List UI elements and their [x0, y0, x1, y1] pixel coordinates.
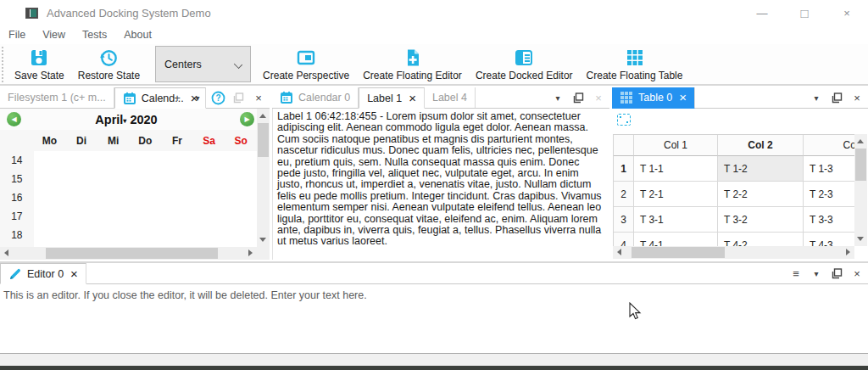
- scrollbar-thumb[interactable]: [855, 149, 866, 181]
- table-cell[interactable]: T 2-3: [804, 182, 854, 207]
- perspective-combobox[interactable]: Centers: [155, 46, 251, 82]
- calendar-month[interactable]: April: [95, 113, 123, 126]
- window-controls: —□×: [741, 0, 868, 25]
- menu-item-file[interactable]: File: [0, 26, 34, 43]
- calendar-widget: ◀ April▾ 2020 ▶ MoDiMiDoFrSaSo1430311234…: [0, 109, 270, 260]
- perspective-combobox-value: Centers: [164, 59, 202, 70]
- scroll-up-icon[interactable]: [857, 139, 864, 143]
- toolbar-drag-handle[interactable]: [2, 47, 8, 82]
- tab-close-icon[interactable]: ×: [70, 268, 78, 280]
- table-cell[interactable]: T 2-2: [718, 182, 804, 207]
- table-cell[interactable]: T 2-1: [634, 182, 718, 207]
- scrollbar-thumb[interactable]: [46, 248, 218, 259]
- menu-item-about[interactable]: About: [115, 26, 160, 43]
- table-cell[interactable]: T 1-2: [718, 156, 804, 182]
- calendar-month-year[interactable]: April▾ 2020: [0, 113, 253, 126]
- pencil-icon: [8, 267, 22, 281]
- week-number: 16: [0, 192, 34, 204]
- close-icon[interactable]: ×: [848, 89, 866, 106]
- column-header[interactable]: Col 1: [634, 135, 718, 156]
- tab-calendar-0[interactable]: Calendar 0: [272, 87, 359, 108]
- column-header[interactable]: Col 3: [804, 135, 854, 156]
- scrollbar-thumb[interactable]: [632, 247, 725, 258]
- toolbar-button-create-floating-editor[interactable]: Create Floating Editor: [356, 45, 469, 84]
- maximize-button[interactable]: □: [783, 0, 826, 25]
- calendar-year[interactable]: 2020: [130, 113, 157, 126]
- table-row: 4T 4-1T 4-2T 4-3: [614, 233, 854, 246]
- scroll-right-icon[interactable]: [248, 249, 253, 256]
- table-cell[interactable]: T 3-1: [634, 207, 718, 233]
- table-cell[interactable]: T 3-3: [804, 207, 854, 233]
- tab-label-1[interactable]: Label 1×: [359, 87, 425, 109]
- chevron-down-icon[interactable]: ▾: [548, 89, 567, 106]
- calendar-horizontal-scrollbar[interactable]: [0, 247, 257, 260]
- table-icon: [620, 91, 633, 104]
- save-icon: [29, 48, 49, 68]
- tab-filesystem-1-c-m[interactable]: Filesystem 1 (c+ m...: [0, 87, 114, 108]
- toolbar-button-save-state[interactable]: Save State: [8, 45, 71, 84]
- menu-item-tests[interactable]: Tests: [74, 26, 115, 43]
- scroll-up-icon[interactable]: [259, 114, 266, 118]
- close-button[interactable]: ×: [826, 0, 868, 25]
- help-icon[interactable]: ?: [209, 89, 227, 106]
- table-toolbar: [612, 109, 868, 130]
- table-cell[interactable]: T 4-1: [634, 233, 718, 246]
- table-cell[interactable]: T 1-1: [634, 156, 718, 182]
- toolbar-button-create-floating-table[interactable]: Create Floating Table: [580, 45, 690, 84]
- table-widget: Col 1Col 2Col 31T 1-1T 1-2T 1-32T 2-1T 2…: [612, 109, 868, 260]
- tab-close-icon[interactable]: ×: [679, 92, 687, 104]
- scroll-right-icon[interactable]: [846, 249, 850, 255]
- day-header-mi: Mi: [97, 135, 130, 147]
- chevron-down-icon[interactable]: ▾: [807, 265, 826, 282]
- day-header-mo: Mo: [34, 135, 66, 147]
- column-header[interactable]: Col 2: [718, 135, 804, 156]
- row-header[interactable]: 1: [614, 156, 634, 182]
- scroll-down-icon[interactable]: [259, 238, 266, 242]
- table-cell[interactable]: T 4-3: [804, 233, 854, 246]
- minimize-button[interactable]: —: [741, 0, 783, 25]
- tab-label: Table 0: [638, 92, 672, 104]
- calendar-icon: [123, 92, 136, 105]
- menu-item-view[interactable]: View: [34, 26, 74, 43]
- title-bar: Advanced Docking System Demo —□×: [0, 0, 868, 25]
- undock-icon[interactable]: [827, 265, 846, 282]
- scroll-left-icon[interactable]: [617, 249, 621, 255]
- tab-table-0[interactable]: Table 0×: [612, 87, 695, 109]
- table-cell[interactable]: T 4-2: [718, 233, 804, 246]
- close-icon[interactable]: ×: [249, 89, 268, 106]
- editor-text[interactable]: This is an editor. If you close the edit…: [0, 284, 868, 306]
- calendar-vertical-scrollbar[interactable]: [257, 109, 270, 247]
- panel-titlebar-buttons: +▾?×: [168, 87, 268, 108]
- row-header[interactable]: 3: [614, 207, 634, 233]
- row-header[interactable]: 2: [614, 182, 634, 207]
- toolbar-button-restore-state[interactable]: Restore State: [71, 45, 147, 84]
- panel-titlebar-buttons: ≡▾×: [787, 263, 866, 283]
- table-action-icon[interactable]: [617, 114, 631, 126]
- undock-icon[interactable]: [569, 89, 587, 106]
- table-vertical-scrollbar[interactable]: [854, 134, 867, 246]
- hamburger-icon[interactable]: ≡: [787, 265, 805, 282]
- docked-editor-icon: [514, 48, 534, 68]
- editor-dock-panel: Editor 0×≡▾× This is an editor. If you c…: [0, 261, 868, 352]
- tab-close-icon[interactable]: ×: [409, 92, 416, 104]
- table-horizontal-scrollbar[interactable]: [613, 246, 854, 259]
- close-icon[interactable]: ×: [848, 265, 866, 282]
- toolbar-button-create-perspective[interactable]: Create Perspective: [256, 45, 356, 84]
- tab-label-4[interactable]: Label 4: [425, 87, 476, 108]
- scroll-left-icon[interactable]: [4, 249, 8, 256]
- table-cell[interactable]: T 3-2: [718, 207, 804, 233]
- chevron-down-icon[interactable]: ▾: [807, 89, 826, 106]
- toolbar-left-group: Save StateRestore State: [8, 45, 147, 84]
- next-month-icon[interactable]: ▶: [240, 112, 254, 126]
- row-header[interactable]: 4: [614, 233, 634, 246]
- menu-bar: FileViewTestsAbout: [0, 25, 868, 44]
- tab-editor-0[interactable]: Editor 0×: [0, 263, 86, 284]
- toolbar-button-create-docked-editor[interactable]: Create Docked Editor: [469, 45, 580, 84]
- scroll-down-icon[interactable]: [857, 237, 864, 241]
- scrollbar-thumb[interactable]: [258, 123, 269, 157]
- undock-icon[interactable]: [827, 89, 846, 106]
- add-tab-icon[interactable]: +: [168, 89, 186, 106]
- table-cell[interactable]: T 1-3: [804, 156, 854, 182]
- table-row: 2T 2-1T 2-2T 2-3: [614, 182, 854, 207]
- chevron-down-icon[interactable]: ▾: [188, 89, 207, 106]
